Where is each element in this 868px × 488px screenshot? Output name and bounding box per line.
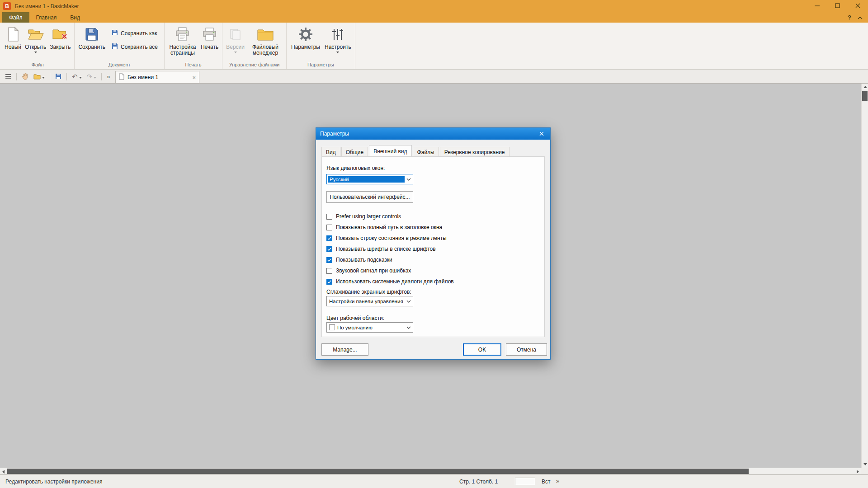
checkbox-row[interactable]: Показывать подсказки (326, 254, 540, 265)
checkbox-list: Prefer using larger controlsПоказывать п… (326, 211, 540, 287)
language-label: Язык диалоговых окон: (326, 165, 385, 171)
save-button[interactable]: Сохранить (76, 24, 107, 61)
close-document-button[interactable]: Закрыть (48, 24, 72, 61)
dialog-tab-backup[interactable]: Резервное копирование (440, 147, 509, 156)
sliders-icon (331, 26, 344, 43)
ribbon-tab-row: Файл Главная Вид ? (0, 12, 868, 23)
horizontal-scrollbar[interactable] (0, 468, 861, 474)
chevron-down-icon[interactable] (405, 174, 413, 184)
page-setup-button[interactable]: Настройка страницы (166, 24, 199, 61)
window-controls (807, 0, 868, 12)
checkbox-unchecked[interactable] (326, 225, 332, 230)
customize-button[interactable]: Настроить (323, 24, 353, 61)
checkbox-label: Показывать подсказки (336, 257, 392, 263)
status-field (515, 478, 535, 485)
dialog-close-button[interactable] (533, 128, 550, 140)
undo-icon[interactable]: ↶ (71, 71, 83, 81)
maximize-button[interactable] (827, 0, 848, 12)
smoothing-combobox[interactable]: Настройки панели управления (326, 296, 413, 306)
file-manager-button[interactable]: Файловый менеджер (246, 24, 284, 61)
checkbox-checked[interactable] (326, 257, 332, 263)
tab-file[interactable]: Файл (2, 12, 29, 23)
open-button[interactable]: Открыть (23, 24, 48, 61)
smoothing-value: Настройки панели управления (327, 299, 405, 304)
vertical-scrollbar[interactable] (861, 84, 868, 468)
dialog-tab-general[interactable]: Общие (341, 147, 368, 156)
minimize-button[interactable] (807, 0, 827, 12)
save-icon (85, 26, 99, 43)
new-document-icon (7, 26, 19, 43)
chevron-down-icon[interactable] (405, 296, 413, 306)
dialog-titlebar[interactable]: Параметры (316, 128, 550, 140)
checkbox-label: Звуковой сигнал при ошибках (336, 267, 411, 274)
checkbox-row[interactable]: Показать строку состояния в режиме ленты (326, 233, 540, 244)
menu-icon[interactable] (4, 71, 12, 81)
versions-button[interactable]: Версии (224, 24, 246, 61)
toolbar-separator (101, 73, 102, 80)
group-label-file: Файл (1, 61, 74, 69)
horizontal-scroll-thumb[interactable] (7, 469, 749, 474)
dropdown-arrow-icon (234, 52, 237, 53)
close-button[interactable] (848, 0, 868, 12)
vertical-scroll-thumb[interactable] (862, 91, 868, 101)
workspace-color-combobox[interactable]: По умолчанию (326, 322, 413, 333)
redo-icon[interactable]: ↷ (86, 71, 98, 81)
maximize-icon (835, 3, 840, 9)
checkbox-row[interactable]: Prefer using larger controls (326, 211, 540, 222)
dialog-tab-view[interactable]: Вид (321, 147, 340, 156)
close-folder-icon (52, 26, 68, 43)
options-button[interactable]: Параметры (288, 24, 323, 61)
document-tab[interactable]: Без имени 1 × (115, 71, 199, 83)
tab-close-icon[interactable]: × (192, 75, 196, 80)
checkbox-row[interactable]: Использовать системные диалоги для файло… (326, 276, 540, 287)
status-position[interactable]: Стр. 1 Столб. 1 (459, 479, 498, 485)
print-button[interactable]: Печать (199, 24, 220, 61)
toolbar-overflow-icon[interactable]: » (106, 71, 111, 81)
toolbar-separator (66, 73, 67, 80)
collapse-ribbon-icon[interactable] (858, 14, 863, 21)
checkbox-unchecked[interactable] (326, 214, 332, 220)
save-all-button[interactable]: Сохранить все (110, 42, 159, 52)
print-icon (202, 26, 217, 43)
checkbox-unchecked[interactable] (326, 268, 332, 274)
scroll-right-icon[interactable] (854, 468, 861, 475)
hand-tool-icon[interactable] (21, 71, 29, 81)
dialog-tab-appearance[interactable]: Внешний вид (369, 145, 411, 156)
options-dialog: Параметры Вид Общие Внешний вид Файлы Ре… (316, 127, 551, 360)
checkbox-row[interactable]: Звуковой сигнал при ошибках (326, 265, 540, 276)
titlebar: B Без имени 1 - BasicMaker (0, 0, 868, 12)
app-window: B Без имени 1 - BasicMaker Файл Главная … (0, 0, 868, 488)
user-interface-button[interactable]: Пользовательский интерфейс... (326, 191, 413, 203)
dialog-tab-files[interactable]: Файлы (413, 147, 439, 156)
ok-button[interactable]: OK (463, 343, 501, 356)
versions-icon (229, 26, 242, 43)
tab-view[interactable]: Вид (63, 12, 87, 23)
checkbox-row[interactable]: Показывать шрифты в списке шрифтов (326, 244, 540, 254)
scroll-up-icon[interactable] (862, 84, 868, 90)
cancel-button[interactable]: Отмена (506, 343, 547, 356)
save-as-button[interactable]: Сохранить как (110, 28, 159, 38)
checkbox-label: Показывать полный путь в заголовке окна (336, 224, 442, 230)
scroll-left-icon[interactable] (0, 468, 7, 475)
language-combobox[interactable]: Русский (326, 174, 413, 184)
open-icon[interactable] (33, 71, 46, 81)
group-label-options: Параметры (287, 61, 355, 69)
checkbox-checked[interactable] (326, 235, 332, 241)
manage-button[interactable]: Manage... (321, 343, 368, 356)
new-button[interactable]: Новый (3, 24, 23, 61)
status-overflow-icon[interactable]: » (556, 478, 559, 484)
help-icon[interactable]: ? (848, 14, 851, 21)
save-icon[interactable] (54, 71, 62, 81)
checkbox-row[interactable]: Показывать полный путь в заголовке окна (326, 222, 540, 233)
chevron-down-icon[interactable] (405, 323, 413, 332)
status-insert-mode[interactable]: Вст (542, 479, 551, 485)
tab-home[interactable]: Главная (29, 12, 64, 23)
scroll-down-icon[interactable] (862, 461, 868, 468)
smoothing-label: Сглаживание экранных шрифтов: (326, 289, 411, 295)
window-title: Без имени 1 - BasicMaker (15, 3, 79, 9)
checkbox-checked[interactable] (326, 246, 332, 252)
checkbox-checked[interactable] (326, 279, 332, 285)
status-hint: Редактировать настройки приложения (5, 479, 102, 485)
ribbon: Новый Открыть Закрыть Файл (0, 23, 868, 70)
checkbox-label: Prefer using larger controls (336, 213, 401, 220)
